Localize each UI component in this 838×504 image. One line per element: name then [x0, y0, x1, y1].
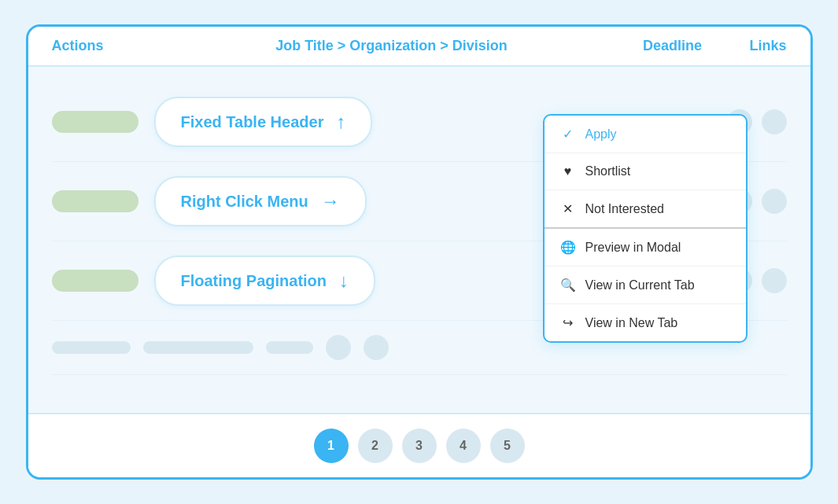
row-center-2[interactable]: Right Click Menu →: [154, 176, 582, 226]
menu-item-view-current-tab-label: View in Current Tab: [585, 278, 695, 292]
menu-item-preview-modal[interactable]: 🌐 Preview in Modal: [545, 229, 746, 267]
down-arrow-icon: ↓: [339, 270, 349, 292]
header-deadline: Deadline: [622, 38, 724, 54]
menu-item-not-interested[interactable]: ✕ Not Interested: [545, 190, 746, 229]
search-icon: 🔍: [560, 278, 576, 292]
placeholder-extra-c1: [326, 335, 351, 360]
right-click-menu-label: Right Click Menu: [181, 193, 308, 211]
right-click-menu-button[interactable]: Right Click Menu →: [154, 176, 367, 226]
placeholder-circle-6: [762, 268, 787, 293]
floating-pagination-button[interactable]: Floating Pagination ↓: [154, 256, 376, 306]
main-content: Fixed Table Header ↑ Right Click Menu →: [28, 67, 810, 413]
x-icon: ✕: [560, 201, 576, 216]
placeholder-extra-1: [52, 341, 131, 354]
page-btn-4[interactable]: 4: [446, 429, 481, 463]
placeholder-extra-c2: [364, 335, 389, 360]
row-left-1: [52, 111, 154, 133]
menu-item-shortlist[interactable]: ♥ Shortlist: [545, 153, 746, 190]
menu-item-apply[interactable]: ✓ Apply: [545, 116, 746, 153]
menu-item-apply-label: Apply: [585, 127, 617, 142]
header-job-title: Job Title > Organization > Division: [162, 38, 622, 54]
row-left-3: [52, 270, 154, 292]
up-arrow-icon: ↑: [336, 111, 345, 133]
redirect-icon: ↪: [560, 315, 576, 330]
page-btn-2[interactable]: 2: [358, 429, 393, 463]
row-center-3[interactable]: Floating Pagination ↓: [154, 256, 551, 306]
globe-icon: 🌐: [560, 240, 576, 255]
right-arrow-icon: →: [321, 190, 340, 212]
placeholder-extra-3: [266, 341, 313, 354]
page-btn-1[interactable]: 1: [314, 429, 349, 463]
context-menu: ✓ Apply ♥ Shortlist ✕ Not Interested 🌐 P…: [543, 114, 748, 343]
fixed-table-header-button[interactable]: Fixed Table Header ↑: [154, 97, 373, 147]
header-actions: Actions: [52, 38, 162, 54]
floating-pagination-label: Floating Pagination: [181, 272, 327, 290]
placeholder-circle-2: [762, 109, 787, 134]
menu-item-not-interested-label: Not Interested: [585, 202, 665, 216]
main-frame: Actions Job Title > Organization > Divis…: [26, 24, 813, 480]
page-btn-5[interactable]: 5: [490, 429, 525, 463]
menu-item-preview-modal-label: Preview in Modal: [585, 241, 681, 255]
pagination-bar: 1 2 3 4 5: [28, 413, 810, 477]
menu-item-shortlist-label: Shortlist: [585, 164, 631, 178]
menu-item-view-new-tab[interactable]: ↪ View in New Tab: [545, 304, 746, 341]
check-icon: ✓: [560, 127, 576, 142]
fixed-table-header-label: Fixed Table Header: [181, 113, 324, 131]
row-left-2: [52, 190, 154, 212]
table-header: Actions Job Title > Organization > Divis…: [28, 27, 810, 67]
menu-item-view-current-tab[interactable]: 🔍 View in Current Tab: [545, 267, 746, 304]
green-pill-3: [52, 270, 138, 292]
page-btn-3[interactable]: 3: [402, 429, 437, 463]
green-pill-1: [52, 111, 138, 133]
placeholder-circle-4: [762, 189, 787, 214]
header-links: Links: [724, 38, 787, 54]
placeholder-extra-2: [143, 341, 253, 354]
heart-icon: ♥: [560, 164, 576, 178]
menu-item-view-new-tab-label: View in New Tab: [585, 316, 678, 330]
row-center-1[interactable]: Fixed Table Header ↑: [154, 97, 551, 147]
green-pill-2: [52, 190, 138, 212]
